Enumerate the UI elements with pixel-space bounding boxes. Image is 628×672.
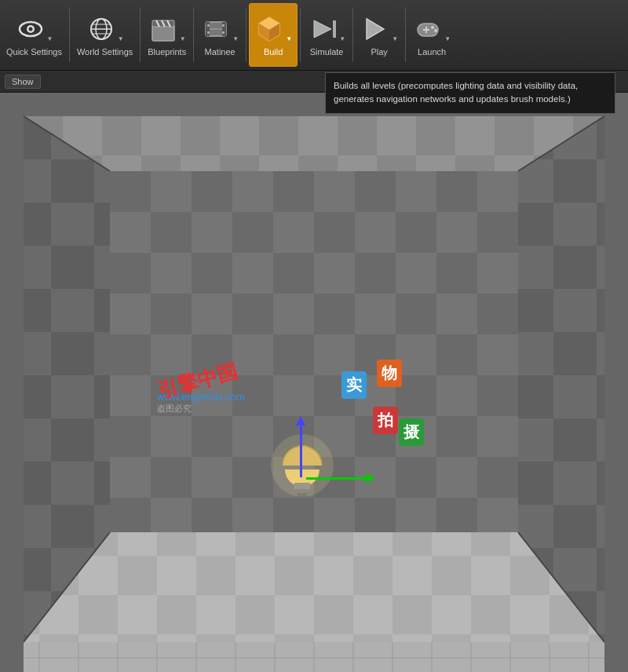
room-canvas	[0, 93, 628, 672]
svg-rect-15	[222, 22, 226, 36]
svg-rect-19	[222, 31, 225, 34]
toolbar-build[interactable]: ▼ Build	[249, 3, 298, 67]
viewport-bar: Show	[0, 71, 628, 93]
toolbar-matinee[interactable]: ▼ Matinee	[196, 3, 243, 67]
simulate-arrow[interactable]: ▼	[339, 35, 345, 42]
svg-point-31	[431, 26, 434, 29]
svg-point-2	[28, 27, 32, 31]
world-settings-arrow[interactable]: ▼	[118, 35, 124, 42]
sep3	[193, 8, 194, 62]
show-button[interactable]: Show	[5, 75, 41, 89]
sep1	[69, 8, 70, 62]
float-label-pai: 拍	[373, 407, 398, 434]
build-arrow[interactable]: ▼	[286, 35, 292, 42]
viewport[interactable]: 引擎中国 www.enginedx.com 盗图必究 实 物 拍 摄	[0, 93, 628, 672]
toolbar: ▼ Quick Settings ▼ World Settings	[0, 0, 628, 71]
sep5	[300, 8, 301, 62]
svg-point-32	[434, 29, 437, 32]
toolbar-world-settings[interactable]: ▼ World Settings	[72, 3, 137, 67]
svg-rect-8	[152, 25, 174, 41]
sep4	[246, 8, 246, 62]
matinee-arrow[interactable]: ▼	[232, 35, 239, 42]
float-label-wu: 物	[377, 360, 402, 387]
svg-rect-18	[222, 24, 225, 27]
launch-label: Launch	[418, 47, 446, 57]
svg-rect-17	[207, 31, 210, 34]
toolbar-play[interactable]: ▼ Play	[356, 3, 403, 67]
blueprints-label: Blueprints	[148, 47, 186, 57]
build-label: Build	[264, 47, 283, 57]
launch-arrow[interactable]: ▼	[444, 35, 451, 42]
play-label: Play	[371, 47, 387, 57]
world-settings-label: World Settings	[77, 47, 133, 57]
arrow-right	[306, 477, 369, 480]
toolbar-quick-settings[interactable]: ▼ Quick Settings	[2, 3, 67, 67]
svg-marker-25	[314, 20, 331, 38]
svg-marker-27	[367, 19, 384, 39]
arrow-up	[300, 422, 302, 477]
svg-rect-14	[206, 22, 210, 36]
toolbar-simulate[interactable]: ▼ Simulate	[303, 3, 350, 67]
quick-settings-label: Quick Settings	[6, 47, 62, 57]
sep6	[352, 8, 353, 62]
svg-rect-26	[333, 20, 336, 38]
play-arrow[interactable]: ▼	[392, 35, 398, 42]
float-label-she: 摄	[399, 418, 424, 446]
float-label-shi: 实	[341, 371, 367, 399]
toolbar-launch[interactable]: ▼ Launch	[408, 3, 455, 67]
blueprints-arrow[interactable]: ▼	[180, 35, 186, 42]
sep7	[405, 8, 406, 62]
svg-rect-16	[207, 24, 210, 27]
toolbar-blueprints[interactable]: ▼ Blueprints	[143, 3, 191, 67]
matinee-label: Matinee	[205, 47, 236, 57]
quick-settings-arrow[interactable]: ▼	[47, 35, 53, 42]
simulate-label: Simulate	[310, 47, 344, 57]
sep2	[140, 8, 141, 62]
